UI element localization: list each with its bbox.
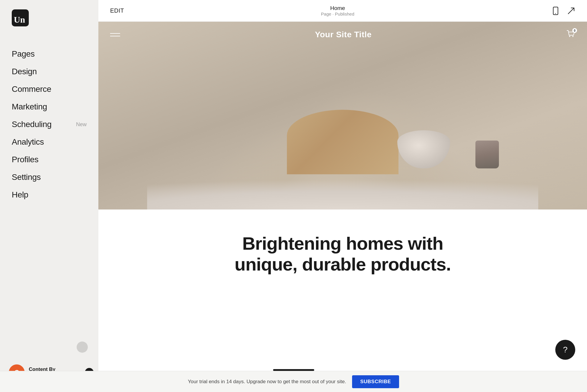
chair-decoration	[287, 110, 398, 174]
svg-text:Un: Un	[14, 15, 25, 24]
squarespace-logo-icon: Un	[12, 9, 29, 26]
sidebar-item-pages[interactable]: Pages	[12, 45, 87, 63]
main-content: EDIT Home Page · Published	[98, 0, 587, 392]
sidebar-item-analytics[interactable]: Analytics	[12, 133, 87, 151]
sidebar-item-marketing[interactable]: Marketing	[12, 98, 87, 116]
scroll-indicator	[273, 369, 314, 371]
content-section: Brightening homes with unique, durable p…	[98, 209, 587, 293]
mobile-preview-button[interactable]	[551, 6, 560, 15]
sidebar-item-scheduling[interactable]: Scheduling New	[12, 116, 87, 133]
sidebar-item-help[interactable]: Help	[12, 186, 87, 204]
hero-section: Your Site Title 0	[98, 22, 587, 209]
external-link-icon	[567, 7, 575, 15]
trial-banner: Your trial ends in 14 days. Upgrade now …	[0, 371, 587, 392]
sidebar-item-commerce[interactable]: Commerce	[12, 80, 87, 98]
site-preview: Your Site Title 0 Brightening homes with…	[98, 22, 587, 392]
topbar-actions	[551, 6, 575, 15]
sidebar-item-settings[interactable]: Settings	[12, 168, 87, 186]
svg-point-4	[569, 36, 570, 37]
external-link-button[interactable]	[567, 7, 575, 15]
svg-point-5	[572, 36, 573, 37]
main-nav: Pages Design Commerce Marketing Scheduli…	[0, 45, 98, 342]
sidebar-item-profiles[interactable]: Profiles	[12, 151, 87, 168]
page-info: Home Page · Published	[321, 5, 354, 16]
logo-area[interactable]: Un	[0, 0, 98, 28]
subscribe-button[interactable]: SUBSCRIBE	[352, 375, 399, 388]
collapse-sidebar-button[interactable]	[77, 342, 88, 353]
topbar: EDIT Home Page · Published	[98, 0, 587, 22]
sidebar: Un Pages Design Commerce Marketing Sched…	[0, 0, 98, 392]
hamburger-icon[interactable]	[110, 33, 120, 36]
cup-decoration	[475, 141, 499, 168]
mobile-icon	[551, 6, 560, 15]
hero-nav: Your Site Title 0	[98, 22, 587, 48]
sidebar-item-design[interactable]: Design	[12, 63, 87, 80]
svg-point-3	[555, 13, 556, 13]
edit-button[interactable]: EDIT	[110, 7, 124, 14]
cart-icon[interactable]: 0	[566, 30, 575, 39]
help-button[interactable]: ?	[555, 340, 575, 360]
